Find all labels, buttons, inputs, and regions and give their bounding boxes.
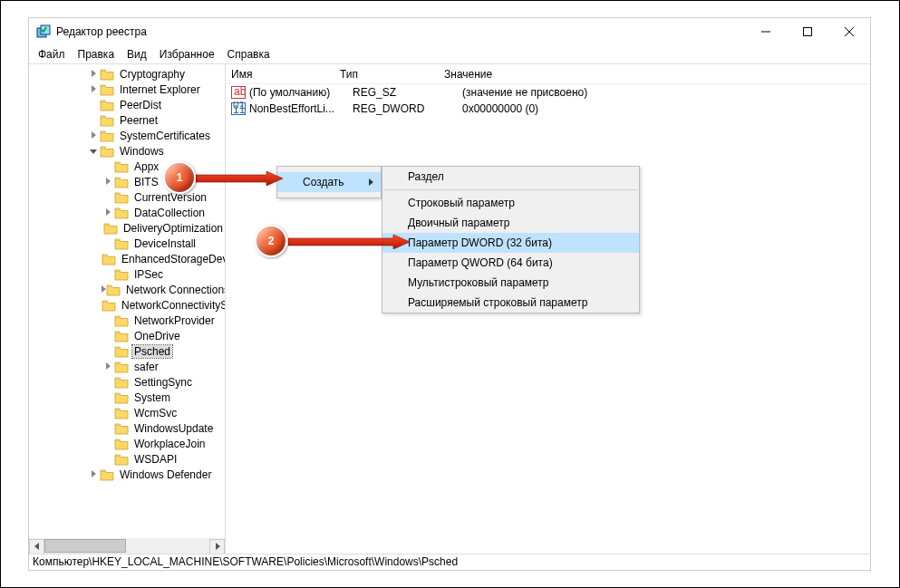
collapse-icon[interactable] — [87, 146, 100, 156]
value-type: REG_SZ — [353, 86, 457, 99]
folder-icon — [114, 330, 129, 342]
expand-icon[interactable] — [102, 177, 114, 187]
tree-item[interactable]: IPSec — [29, 266, 225, 282]
tree-item[interactable]: WcmSvc — [29, 405, 225, 420]
tree-horizontal-scrollbar[interactable] — [29, 538, 225, 554]
tree-item[interactable]: NetworkConnectivityStatusIndicator — [29, 297, 225, 313]
tree-item[interactable]: DeviceInstall — [29, 236, 225, 251]
header-value[interactable]: Значение — [439, 68, 870, 81]
ctx-new-multi[interactable]: Мультистроковый параметр — [382, 273, 639, 293]
menubar: Файл Правка Вид Избранное Справка — [29, 45, 870, 63]
svg-rect-3 — [804, 28, 812, 36]
expand-icon[interactable] — [102, 361, 114, 371]
header-type[interactable]: Тип — [334, 68, 439, 81]
ctx-new-key[interactable]: Раздел — [382, 167, 639, 187]
close-button[interactable] — [828, 18, 870, 45]
tree-item-label: Peernet — [118, 114, 160, 127]
tree-item[interactable]: safer — [29, 359, 225, 374]
tree-item-label: IPSec — [132, 268, 165, 281]
tree-item[interactable]: NetworkProvider — [29, 313, 225, 328]
tree-item-label: OneDrive — [132, 330, 182, 342]
values-list[interactable]: ab(По умолчанию)REG_SZ(значение не присв… — [226, 84, 870, 554]
value-name: (По умолчанию) — [249, 86, 353, 99]
titlebar[interactable]: Редактор реестра — [29, 18, 870, 45]
ctx-new-string[interactable]: Строковый параметр — [382, 193, 639, 213]
maximize-button[interactable] — [787, 18, 828, 45]
folder-icon — [102, 299, 116, 312]
ctx-new-expand[interactable]: Расширяемый строковый параметр — [382, 293, 639, 313]
svg-marker-7 — [216, 543, 220, 550]
expand-icon[interactable] — [87, 469, 100, 479]
tree-item-label: CurrentVersion — [132, 191, 208, 204]
svg-marker-6 — [34, 543, 39, 550]
tree-item-label: System — [132, 391, 172, 404]
folder-icon — [100, 99, 114, 111]
tree-item[interactable]: EnhancedStorageDevices — [29, 251, 225, 266]
tree-item-label: Windows — [118, 145, 166, 158]
tree-item[interactable]: PeerDist — [29, 97, 225, 112]
ctx-label: Двоичный параметр — [408, 217, 510, 229]
expand-icon[interactable] — [87, 130, 100, 140]
folder-icon — [100, 145, 114, 158]
folder-icon — [100, 114, 114, 127]
tree-item[interactable]: Cryptography — [29, 66, 225, 82]
tree-item-label: Windows Defender — [118, 468, 213, 481]
folder-icon — [106, 284, 121, 296]
tree-item[interactable]: DataCollection — [29, 205, 225, 220]
ctx-new-dword[interactable]: Параметр DWORD (32 бита) — [382, 233, 639, 253]
ctx-create-label: Создать — [303, 176, 344, 188]
menu-favorites[interactable]: Избранное — [154, 46, 220, 63]
tree-item[interactable]: SystemCertificates — [29, 128, 225, 143]
folder-icon — [114, 376, 129, 389]
tree-item-label: safer — [132, 361, 160, 373]
menu-help[interactable]: Справка — [222, 46, 276, 63]
value-name: NonBestEffortLi... — [249, 102, 353, 115]
folder-icon — [114, 237, 129, 250]
tree-item-label: EnhancedStorageDevices — [120, 253, 225, 265]
statusbar: Компьютер\HKEY_LOCAL_MACHINE\SOFTWARE\Po… — [29, 554, 870, 570]
menu-edit[interactable]: Правка — [73, 46, 121, 63]
folder-icon — [100, 468, 114, 481]
registry-tree[interactable]: CryptographyInternet ExplorerPeerDistPee… — [29, 64, 225, 538]
tree-item[interactable]: System — [29, 390, 225, 405]
scroll-left-button[interactable] — [29, 539, 44, 554]
value-row[interactable]: 011110NonBestEffortLi...REG_DWORD0x00000… — [226, 101, 870, 117]
tree-item[interactable]: OneDrive — [29, 328, 225, 343]
scroll-track[interactable] — [44, 539, 209, 554]
tree-item[interactable]: Internet Explorer — [29, 82, 225, 97]
value-row[interactable]: ab(По умолчанию)REG_SZ(значение не присв… — [226, 84, 870, 101]
header-name[interactable]: Имя — [226, 68, 334, 81]
tree-item[interactable]: WorkplaceJoin — [29, 436, 225, 451]
column-headers: Имя Тип Значение — [226, 64, 870, 84]
tree-item[interactable]: CurrentVersion — [29, 189, 225, 205]
ctx-create[interactable]: Создать — [277, 172, 381, 192]
scroll-right-button[interactable] — [209, 539, 225, 554]
tree-item[interactable]: Windows Defender — [29, 467, 225, 482]
ctx-label: Мультистроковый параметр — [408, 276, 549, 289]
expand-icon[interactable] — [87, 84, 100, 94]
tree-item[interactable]: DeliveryOptimization — [29, 220, 225, 236]
svg-text:ab: ab — [234, 85, 246, 98]
annotation-badge-2: 2 — [255, 225, 287, 257]
menu-view[interactable]: Вид — [121, 46, 152, 63]
folder-icon — [114, 191, 129, 204]
window-title: Редактор реестра — [56, 25, 745, 38]
tree-item[interactable]: WSDAPI — [29, 451, 225, 467]
expand-icon[interactable] — [102, 207, 114, 217]
tree-item[interactable]: Network Connections — [29, 282, 225, 297]
scroll-thumb[interactable] — [44, 539, 126, 553]
menu-file[interactable]: Файл — [33, 46, 71, 63]
tree-item[interactable]: Windows — [29, 143, 225, 159]
tree-item[interactable]: Peernet — [29, 112, 225, 128]
context-menu: Создать — [276, 166, 382, 198]
expand-icon[interactable] — [87, 69, 100, 79]
ctx-label: Расширяемый строковый параметр — [408, 296, 587, 309]
ctx-new-binary[interactable]: Двоичный параметр — [382, 213, 639, 233]
minimize-button[interactable] — [745, 18, 787, 45]
tree-item[interactable]: Psched — [29, 343, 225, 359]
binary-value-icon: 011110 — [231, 101, 246, 116]
tree-item[interactable]: SettingSync — [29, 374, 225, 390]
ctx-new-qword[interactable]: Параметр QWORD (64 бита) — [382, 253, 639, 273]
tree-item[interactable]: WindowsUpdate — [29, 420, 225, 436]
tree-item-label: BITS — [132, 176, 160, 188]
